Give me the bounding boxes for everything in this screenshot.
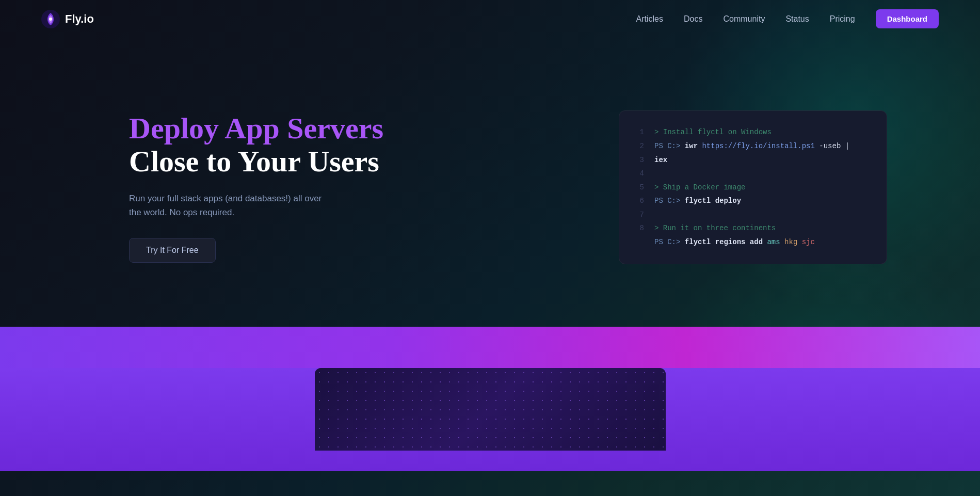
hero-subtitle: Run your full stack apps (and databases!…: [129, 191, 325, 219]
map-background: [315, 368, 666, 451]
line-num-6: 6: [636, 194, 644, 208]
code-terminal: 1 > Install flyctl on Windows 2 PS C:> i…: [619, 110, 887, 264]
terminal-line-2: 2 PS C:> iwr https://fly.io/install.ps1 …: [636, 139, 870, 153]
line-num-4: 4: [636, 167, 644, 181]
logo-icon: [41, 10, 60, 28]
nav-item-docs[interactable]: Docs: [684, 14, 702, 24]
bottom-section: [0, 368, 980, 471]
code-content-3: iex: [654, 153, 667, 167]
code-comment-1: > Install flyctl on Windows: [654, 125, 772, 139]
line-num-3: 3: [636, 153, 644, 167]
line-num-9: [636, 235, 644, 249]
nav-item-community[interactable]: Community: [723, 14, 765, 24]
terminal-line-5: 5 > Ship a Docker image: [636, 181, 870, 195]
nav-item-pricing[interactable]: Pricing: [830, 14, 855, 24]
dashboard-button[interactable]: Dashboard: [876, 9, 939, 28]
logo-text: Fly.io: [65, 12, 94, 26]
terminal-line-6: 6 PS C:> flyctl deploy: [636, 194, 870, 208]
try-free-button[interactable]: Try It For Free: [129, 238, 216, 263]
line-num-2: 2: [636, 139, 644, 153]
nav-item-status[interactable]: Status: [785, 14, 809, 24]
line-num-5: 5: [636, 181, 644, 195]
line-num-8: 8: [636, 221, 644, 235]
terminal-line-1: 1 > Install flyctl on Windows: [636, 125, 870, 139]
code-content-6: PS C:> flyctl deploy: [654, 194, 741, 208]
nav-right: Articles Docs Community Status Pricing D…: [636, 9, 939, 28]
code-comment-5: > Ship a Docker image: [654, 181, 745, 195]
hero-section: Deploy App Servers Close to Your Users R…: [0, 38, 980, 327]
svg-point-1: [49, 18, 52, 21]
page-wrapper: Fly.io Articles Docs Community Status Pr…: [0, 0, 980, 496]
hero-title-line1: Deploy App Servers: [129, 112, 383, 145]
terminal-line-7: 7: [636, 208, 870, 222]
code-comment-8: > Run it on three continents: [654, 221, 776, 235]
hero-left: Deploy App Servers Close to Your Users R…: [129, 112, 383, 263]
line-num-1: 1: [636, 125, 644, 139]
terminal-line-8: 8 > Run it on three continents: [636, 221, 870, 235]
nav-links: Articles Docs Community Status Pricing: [636, 14, 855, 24]
nav-item-articles[interactable]: Articles: [636, 14, 663, 24]
navbar: Fly.io Articles Docs Community Status Pr…: [0, 0, 980, 38]
terminal-line-3: 3 iex: [636, 153, 870, 167]
logo[interactable]: Fly.io: [41, 10, 94, 28]
hero-title-line2: Close to Your Users: [129, 145, 383, 179]
purple-banner: [0, 327, 980, 368]
code-content-9: PS C:> flyctl regions add ams hkg sjc: [654, 235, 815, 249]
code-content-2: PS C:> iwr https://fly.io/install.ps1 -u…: [654, 139, 849, 153]
line-num-7: 7: [636, 208, 644, 222]
terminal-line-9: PS C:> flyctl regions add ams hkg sjc: [636, 235, 870, 249]
terminal-line-4: 4: [636, 167, 870, 181]
map-card: [315, 368, 666, 451]
